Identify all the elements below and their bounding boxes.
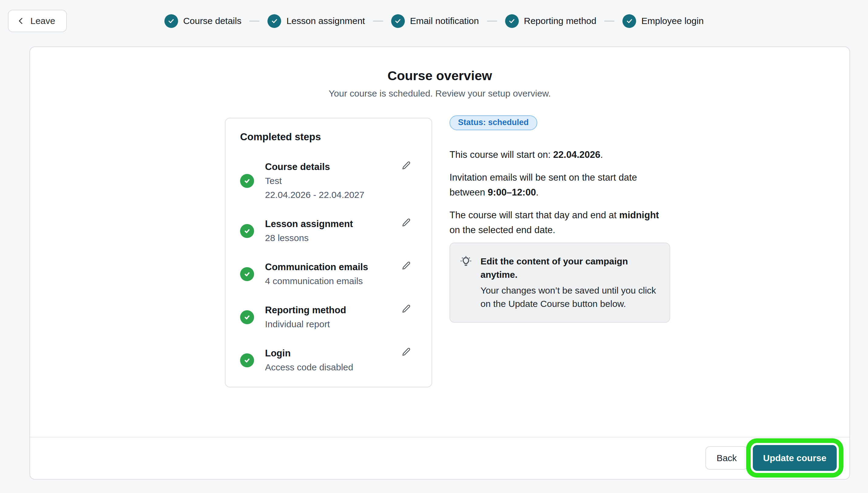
stepper-label: Reporting method — [524, 16, 596, 26]
check-circle-icon — [240, 353, 254, 367]
wizard-stepper: Course details Lesson assignment Email n… — [0, 0, 868, 42]
check-circle-icon — [505, 14, 519, 28]
completed-steps-panel: Completed steps Course details Test 22.0… — [225, 118, 432, 387]
update-course-button[interactable]: Update course — [753, 445, 837, 471]
status-badge: Status: scheduled — [449, 115, 537, 130]
invitation-emails-text: Invitation emails will be sent on the st… — [449, 170, 668, 200]
footer-divider — [30, 437, 849, 437]
edit-course-details-button[interactable] — [399, 161, 413, 174]
edit-login-button[interactable] — [399, 347, 413, 361]
item-title: Login — [265, 347, 353, 360]
stepper-separator — [373, 21, 383, 22]
list-item-lesson-assignment: Lesson assignment 28 lessons — [240, 218, 417, 244]
schedule-summary: Status: scheduled This course will start… — [449, 115, 674, 237]
completed-steps-list: Course details Test 22.04.2026 - 22.04.2… — [240, 161, 417, 373]
page-subtitle: Your course is scheduled. Review your se… — [30, 88, 849, 99]
item-subtitle: 28 lessons — [265, 232, 353, 244]
check-circle-icon — [240, 310, 254, 324]
item-subtitle: Test — [265, 175, 364, 187]
tip-heading: Edit the content of your campaign anytim… — [481, 255, 659, 281]
pencil-icon — [402, 304, 410, 313]
check-circle-icon — [240, 224, 254, 238]
stepper-separator — [604, 21, 614, 22]
pencil-icon — [402, 261, 410, 270]
edit-communication-emails-button[interactable] — [399, 261, 413, 274]
check-circle-icon — [391, 14, 405, 28]
check-circle-icon — [240, 267, 254, 281]
lightbulb-icon — [459, 255, 473, 310]
stepper-separator — [487, 21, 497, 22]
completed-steps-heading: Completed steps — [240, 131, 417, 143]
stepper-item-lesson-assignment[interactable]: Lesson assignment — [267, 14, 365, 28]
list-item-communication-emails: Communication emails 4 communication ema… — [240, 261, 417, 287]
check-circle-icon — [622, 14, 636, 28]
course-overview-card: Course overview Your course is scheduled… — [29, 46, 850, 480]
stepper-separator — [249, 21, 260, 22]
item-title: Reporting method — [265, 304, 346, 316]
stepper-item-reporting-method[interactable]: Reporting method — [505, 14, 596, 28]
list-item-reporting-method: Reporting method Individual report — [240, 304, 417, 330]
check-circle-icon — [164, 14, 178, 28]
list-item-login: Login Access code disabled — [240, 347, 417, 373]
stepper-item-email-notification[interactable]: Email notification — [391, 14, 479, 28]
edit-reporting-method-button[interactable] — [399, 304, 413, 318]
stepper-label: Course details — [183, 16, 242, 26]
item-subtitle: 4 communication emails — [265, 275, 368, 287]
item-title: Communication emails — [265, 261, 368, 273]
tip-box: Edit the content of your campaign anytim… — [449, 242, 670, 323]
stepper-item-employee-login[interactable]: Employee login — [622, 14, 704, 28]
pencil-icon — [402, 161, 410, 170]
item-title: Lesson assignment — [265, 218, 353, 230]
check-circle-icon — [240, 174, 254, 188]
item-subtitle: Individual report — [265, 318, 346, 330]
item-subtitle: 22.04.2026 - 22.04.2027 — [265, 189, 364, 201]
course-end-text: The course will start that day and end a… — [449, 208, 668, 237]
check-circle-icon — [267, 14, 281, 28]
stepper-label: Lesson assignment — [286, 16, 365, 26]
pencil-icon — [402, 218, 410, 227]
stepper-label: Employee login — [641, 16, 704, 26]
page-title: Course overview — [30, 68, 849, 83]
top-bar: Leave Course details Lesson assignment E… — [0, 0, 868, 43]
stepper-label: Email notification — [410, 16, 479, 26]
list-item-course-details: Course details Test 22.04.2026 - 22.04.2… — [240, 161, 417, 201]
pencil-icon — [402, 347, 410, 357]
edit-lesson-assignment-button[interactable] — [399, 218, 413, 231]
item-subtitle: Access code disabled — [265, 361, 353, 373]
start-date-text: This course will start on: 22.04.2026. — [449, 147, 668, 162]
stepper-item-course-details[interactable]: Course details — [164, 14, 242, 28]
item-title: Course details — [265, 161, 364, 173]
tip-body: Your changes won’t be saved until you cl… — [481, 284, 659, 310]
back-button[interactable]: Back — [705, 446, 748, 470]
